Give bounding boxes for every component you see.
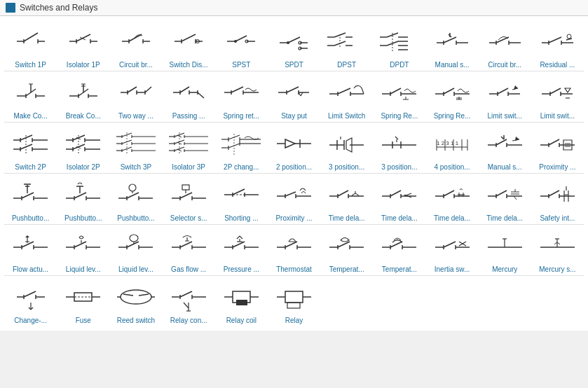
symbol-proximity1[interactable]: Proximity ... — [531, 123, 584, 173]
symbol-pushbutto3[interactable]: Pushbutto... — [109, 174, 162, 224]
symbol-limitswitch[interactable]: Limit Switch — [320, 71, 373, 122]
symbol-empty3 — [425, 276, 478, 326]
symbol-twoway[interactable]: Two way ... — [109, 71, 162, 122]
symbol-breakco[interactable]: Break Co... — [57, 71, 109, 122]
label-twopos: 2 position... — [276, 163, 312, 171]
symbol-springre2[interactable]: Spring Re... — [425, 71, 478, 122]
svg-line-397 — [24, 291, 36, 297]
symbol-switch3p[interactable]: Switch 3P — [109, 123, 162, 173]
symbol-isolator3p[interactable]: Isolator 3P — [163, 123, 215, 173]
label-spst: SPST — [232, 61, 250, 69]
symbol-switch2p[interactable]: Switch 2P — [4, 123, 57, 173]
label-liquidlev2: Liquid lev... — [118, 265, 153, 273]
svg-line-117 — [390, 88, 401, 94]
symbol-reedswitch[interactable]: Reed switch — [109, 276, 162, 326]
symbol-twopos[interactable]: 2 position... — [268, 123, 320, 173]
symbol-switch1p[interactable]: Switch 1P — [4, 20, 57, 71]
label-liquidlev1: Liquid lev... — [66, 265, 101, 273]
symbol-spst[interactable]: SPST — [215, 20, 268, 71]
symbol-proximity2[interactable]: Proximity ... — [268, 174, 320, 224]
label-pushbutto1: Pushbutto... — [12, 214, 49, 222]
symbol-shorting[interactable]: Shorting ... — [215, 174, 268, 224]
symbol-threepos1[interactable]: 3 position... — [320, 123, 373, 173]
label-manuals1: Manual s... — [435, 61, 470, 69]
symbol-fuse[interactable]: Fuse — [57, 276, 109, 326]
svg-line-354 — [180, 242, 192, 247]
symbol-gasflow[interactable]: Gas flow ... — [163, 225, 215, 275]
symbol-circuitbr2[interactable]: Circuit br... — [479, 20, 531, 71]
symbol-isolator2p[interactable]: Isolator 2P — [57, 123, 109, 173]
svg-text:1 2 3 1 1: 1 2 3 1 1 — [437, 140, 459, 146]
label-threepos1: 3 position... — [329, 163, 364, 171]
label-fuse: Fuse — [76, 317, 91, 324]
symbol-dpdt[interactable]: DPDT — [373, 20, 425, 71]
label-limitswit1: Limit swit... — [487, 112, 521, 120]
symbol-flowactu[interactable]: Flow actu... — [4, 225, 57, 275]
symbol-temperat1[interactable]: Temperat... — [320, 225, 373, 275]
svg-line-341 — [74, 242, 86, 247]
symbol-relaycoil[interactable]: Relay coil — [215, 276, 268, 326]
symbol-grid: Switch 1P Isolator 1P — [0, 16, 588, 331]
symbol-springret[interactable]: Spring ret... — [215, 71, 268, 122]
symbol-residual[interactable]: Residual ... — [531, 20, 584, 71]
label-isolator2p: Isolator 2P — [67, 163, 100, 171]
label-circuitbr1: Circuit br... — [119, 61, 153, 69]
svg-line-265 — [74, 193, 86, 198]
symbol-limitswit2[interactable]: Limit swit... — [531, 71, 584, 122]
symbol-inertia[interactable]: Inertia sw... — [425, 225, 478, 275]
symbol-manuals2[interactable]: Manual s... — [479, 123, 531, 173]
svg-line-132 — [498, 88, 508, 94]
svg-rect-426 — [285, 291, 303, 303]
symbol-switchdis[interactable]: Switch Dis... — [163, 20, 215, 71]
symbol-relaycon[interactable]: Relay con... — [163, 276, 215, 326]
svg-line-6 — [76, 34, 90, 41]
symbol-relay[interactable]: Relay — [268, 276, 320, 326]
symbol-mercury2[interactable]: Mercury s... — [531, 225, 584, 275]
label-switch3p: Switch 3P — [121, 163, 151, 171]
svg-marker-143 — [565, 88, 570, 92]
symbol-twopchan[interactable]: 2P chang... — [215, 123, 268, 173]
svg-line-272 — [127, 193, 139, 198]
svg-line-292 — [285, 192, 296, 196]
symbol-timedela4[interactable]: Time dela... — [479, 174, 531, 224]
symbol-spdt[interactable]: SPDT — [268, 20, 320, 71]
svg-line-412 — [139, 294, 149, 296]
symbol-threepos2[interactable]: 3 position... — [373, 123, 425, 173]
symbol-liquidlev1[interactable]: Liquid lev... — [57, 225, 109, 275]
label-mercury2: Mercury s... — [539, 265, 575, 273]
symbol-timedela1[interactable]: Time dela... — [320, 174, 373, 224]
symbol-passing[interactable]: Passing ... — [163, 71, 215, 122]
label-dpdt: DPDT — [390, 61, 409, 69]
symbol-isolator1p[interactable]: Isolator 1P — [57, 20, 109, 71]
symbol-mercury1[interactable]: Mercury — [479, 225, 531, 275]
symbol-safetyint[interactable]: Safety int... — [531, 174, 584, 224]
symbol-fourpos[interactable]: 1 2 3 1 1 4 position... — [425, 123, 478, 173]
symbol-makeco[interactable]: Make Co... — [4, 71, 57, 122]
symbol-timedela3[interactable]: Time dela... — [425, 174, 478, 224]
symbol-manuals1[interactable]: Manual s... — [425, 20, 478, 71]
symbol-selectors[interactable]: Selector s... — [163, 174, 215, 224]
symbol-temperat2[interactable]: Temperat... — [373, 225, 425, 275]
symbol-thermostat[interactable]: Thermostat — [268, 225, 320, 275]
svg-point-68 — [567, 34, 571, 39]
svg-line-326 — [549, 190, 559, 196]
svg-line-111 — [338, 88, 350, 94]
symbol-pushbutto2[interactable]: Pushbutto... — [57, 174, 109, 224]
symbol-pushbutto1[interactable]: Pushbutto... — [4, 174, 57, 224]
symbol-pressure[interactable]: Pressure ... — [215, 225, 268, 275]
app-icon — [6, 3, 15, 13]
symbol-change[interactable]: Change-... — [4, 276, 57, 326]
label-reedswitch: Reed switch — [117, 317, 155, 324]
symbol-limitswit1[interactable]: Limit swit... — [479, 71, 531, 122]
symbol-circuitbr1[interactable]: Circuit br... — [109, 20, 162, 71]
symbol-timedela2[interactable]: Time dela... — [373, 174, 425, 224]
symbol-dpst[interactable]: DPST — [320, 20, 373, 71]
label-timedela1: Time dela... — [329, 214, 365, 222]
svg-marker-215 — [285, 139, 295, 148]
symbol-springre1[interactable]: Spring Re... — [373, 71, 425, 122]
label-switch2p: Switch 2P — [15, 163, 46, 171]
label-shorting: Shorting ... — [224, 214, 258, 222]
symbol-stayput[interactable]: Stay put — [268, 71, 320, 122]
svg-line-230 — [395, 137, 398, 139]
symbol-liquidlev2[interactable]: Liquid lev... — [109, 225, 162, 275]
